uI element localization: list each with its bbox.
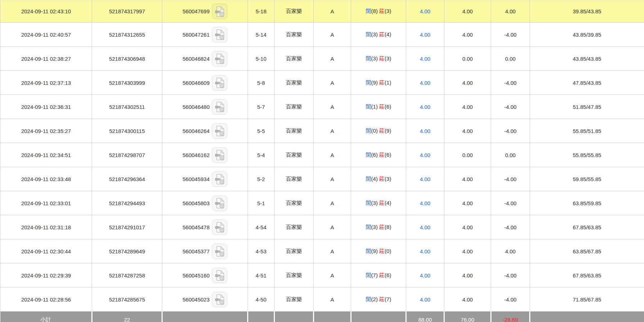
- banker-points: (6): [385, 104, 391, 110]
- banker-points: (3): [385, 55, 391, 61]
- game-id-text: 560045934: [182, 176, 209, 182]
- bet-amount-link[interactable]: 4.00: [420, 272, 430, 279]
- bet-amount-link[interactable]: 4.00: [420, 8, 430, 14]
- player-result-label: 閒: [366, 55, 371, 61]
- banker-points: (9): [385, 128, 391, 134]
- result-cell: 閒(0) 莊(9): [351, 119, 406, 143]
- bet-amount-cell: 4.00: [406, 143, 444, 167]
- banker-points: (4): [385, 31, 391, 37]
- bet-amount-link[interactable]: 4.00: [420, 200, 430, 206]
- balance-cell: 67.85/63.85: [530, 215, 644, 239]
- video-replay-button[interactable]: [212, 244, 227, 259]
- balance-cell: 43.85/43.85: [530, 47, 644, 71]
- valid-amount-cell: 4.00: [444, 23, 491, 47]
- player-result-label: 閒: [366, 296, 371, 302]
- game-id-cell: 560046824: [162, 47, 248, 71]
- video-replay-button[interactable]: [212, 147, 227, 163]
- player-points: (3): [371, 224, 378, 230]
- banker-result-label: 莊: [379, 200, 385, 206]
- banker-points: (1): [385, 79, 391, 86]
- win-loss-cell: 0.00: [491, 143, 530, 167]
- banker-result-label: 莊: [379, 55, 385, 61]
- result-cell: 閒(9) 莊(1): [351, 71, 406, 95]
- bet-id-cell: 521874298707: [92, 143, 162, 167]
- balance-cell: 43.85/39.85: [530, 23, 644, 47]
- banker-points: (8): [385, 224, 391, 230]
- player-result-label: 閒: [366, 8, 371, 14]
- banker-result-label: 莊: [379, 248, 385, 254]
- video-file-icon: [213, 197, 226, 209]
- bet-record-row: 2024-09-11 02:35:27 521874300115 5600462…: [0, 119, 644, 143]
- bet-amount-link[interactable]: 4.00: [420, 224, 430, 230]
- bet-id-cell: 521874317997: [92, 0, 162, 23]
- game-id-text: 560045803: [182, 200, 209, 206]
- game-type-cell: 百家樂: [275, 191, 314, 215]
- result-cell: 閒(1) 莊(6): [351, 95, 406, 119]
- balance-cell: 63.85/67.85: [530, 239, 644, 263]
- video-replay-button[interactable]: [212, 99, 227, 115]
- balance-cell: 59.85/55.85: [530, 167, 644, 191]
- balance-cell: 39.85/43.85: [530, 0, 644, 23]
- result-cell: 閒(3) 莊(8): [351, 215, 406, 239]
- bet-amount-link[interactable]: 4.00: [420, 32, 430, 38]
- video-file-icon: [213, 173, 226, 185]
- game-type-cell: 百家樂: [275, 288, 314, 312]
- banker-result-label: 莊: [379, 31, 385, 37]
- video-replay-button[interactable]: [212, 268, 227, 283]
- game-id-text: 560046162: [182, 152, 209, 158]
- video-replay-button[interactable]: [212, 292, 227, 307]
- banker-result-label: 莊: [379, 152, 385, 158]
- result-cell: 閒(3) 莊(4): [351, 23, 406, 47]
- video-replay-button[interactable]: [212, 196, 227, 211]
- player-result-label: 閒: [366, 128, 371, 134]
- bet-amount-link[interactable]: 4.00: [420, 104, 430, 110]
- bet-amount-cell: 4.00: [406, 288, 444, 312]
- video-replay-button[interactable]: [212, 27, 227, 42]
- balance-cell: 55.85/55.85: [530, 143, 644, 167]
- video-replay-button[interactable]: [212, 171, 227, 187]
- banker-result-label: 莊: [379, 224, 385, 230]
- bet-amount-link[interactable]: 4.00: [420, 176, 430, 182]
- video-replay-button[interactable]: [212, 220, 227, 235]
- video-replay-button[interactable]: [212, 123, 227, 139]
- video-replay-button[interactable]: [212, 4, 227, 19]
- table-code-cell: A: [314, 95, 351, 119]
- table-code-cell: A: [314, 143, 351, 167]
- bet-record-row: 2024-09-11 02:31:18 521874291017 5600454…: [0, 215, 644, 239]
- video-replay-button[interactable]: [212, 51, 227, 66]
- game-id-cell: 560045803: [162, 191, 248, 215]
- bet-time-cell: 2024-09-11 02:34:51: [0, 143, 92, 167]
- player-result-label: 閒: [366, 248, 371, 254]
- bet-amount-link[interactable]: 4.00: [420, 56, 430, 62]
- bet-amount-link[interactable]: 4.00: [420, 248, 430, 254]
- bet-amount-link[interactable]: 4.00: [420, 80, 430, 86]
- player-result-label: 閒: [366, 176, 371, 182]
- bet-amount-link[interactable]: 4.00: [420, 296, 430, 303]
- bet-id-cell: 521874291017: [92, 215, 162, 239]
- bet-time-cell: 2024-09-11 02:29:39: [0, 263, 92, 288]
- bet-id-cell: 521874296364: [92, 167, 162, 191]
- win-loss-cell: -4.00: [491, 288, 530, 312]
- player-points: (3): [371, 200, 378, 206]
- table-code-cell: A: [314, 167, 351, 191]
- round-cell: 5-10: [248, 47, 275, 71]
- video-replay-button[interactable]: [212, 75, 227, 91]
- game-id-cell: 560046264: [162, 119, 248, 143]
- bet-amount-link[interactable]: 4.00: [420, 128, 430, 134]
- round-cell: 5-2: [248, 167, 275, 191]
- bet-id-cell: 521874294493: [92, 191, 162, 215]
- bet-record-row: 2024-09-11 02:40:57 521874312655 5600472…: [0, 23, 644, 47]
- bet-time-cell: 2024-09-11 02:35:27: [0, 119, 92, 143]
- win-loss-cell: -4.00: [491, 119, 530, 143]
- banker-points: (6): [385, 152, 391, 158]
- game-type-cell: 百家樂: [275, 47, 314, 71]
- valid-amount-cell: 4.00: [444, 167, 491, 191]
- game-id-cell: 560045478: [162, 215, 248, 239]
- bet-time-cell: 2024-09-11 02:33:48: [0, 167, 92, 191]
- game-id-cell: 560045934: [162, 167, 248, 191]
- bet-id-cell: 521874306948: [92, 47, 162, 71]
- player-result-label: 閒: [366, 79, 371, 86]
- bet-amount-link[interactable]: 4.00: [420, 152, 430, 158]
- bet-time-cell: 2024-09-11 02:43:10: [0, 0, 92, 23]
- video-file-icon: [213, 293, 226, 305]
